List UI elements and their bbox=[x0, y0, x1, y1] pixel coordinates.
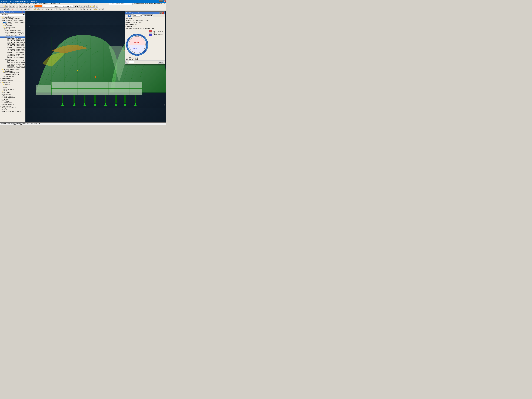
radio-with-diagram[interactable] bbox=[1, 94, 3, 95]
cb-sp3100b[interactable]: ✓ bbox=[7, 45, 8, 46]
nav-sp1100[interactable]: ✓ SP1100.00 | Tension acc. to E... bbox=[0, 40, 25, 42]
result-dialog-controls[interactable]: □ ✕ bbox=[159, 12, 164, 14]
cb-st1100a[interactable]: ✓ bbox=[7, 60, 8, 62]
tb-r7[interactable]: ↔ bbox=[18, 8, 20, 10]
radio-max-selected-dc[interactable] bbox=[6, 33, 6, 35]
save-btn[interactable]: 💾 bbox=[6, 5, 8, 7]
nav-additional-member[interactable]: ▼ 📁 Additional Member Results bbox=[0, 69, 25, 70]
radio-max-all-dc-wit[interactable] bbox=[6, 32, 6, 33]
tb-r17[interactable]: ⊟ bbox=[48, 8, 50, 10]
tb-r8[interactable]: ⟳ bbox=[20, 8, 23, 10]
y-axis-btn[interactable]: Y bbox=[78, 8, 80, 10]
cb-st2100[interactable]: ✓ bbox=[7, 65, 8, 67]
nav-sp0100[interactable]: ─ SP0100.00 | Negligible intern... bbox=[0, 38, 25, 40]
nav-stability[interactable]: ✓ Stability bbox=[0, 58, 25, 60]
cb-sp1200[interactable]: ✓ bbox=[7, 42, 8, 43]
lc-dropdown[interactable]: ULS (STR/GEO) - Permanent and... bbox=[50, 5, 74, 7]
menu-help[interactable]: Help bbox=[57, 3, 61, 5]
rotate-btn[interactable]: ↻ bbox=[95, 5, 98, 7]
nav-st1500[interactable]: ✓ ST1500.00 | Torsional bucklin... bbox=[0, 63, 25, 65]
menu-results[interactable]: Results bbox=[31, 3, 38, 5]
tb-r16[interactable]: ⊞ bbox=[45, 8, 47, 10]
tb-r27[interactable]: 🔓 bbox=[95, 8, 98, 10]
result-dialog-maximize[interactable]: □ bbox=[159, 12, 162, 14]
tb10[interactable]: 📐 bbox=[89, 5, 92, 7]
dialog-search-input[interactable] bbox=[129, 61, 134, 63]
menu-calculate[interactable]: Calculate bbox=[24, 3, 31, 5]
cb-st1100b[interactable]: ✓ bbox=[7, 62, 8, 63]
nav-max-all-values[interactable]: Max. of all values bbox=[0, 28, 25, 30]
nav-on-members[interactable]: ▼ 📁 On Members bbox=[0, 25, 25, 26]
nav-section-colored[interactable]: ✓ Section Colored bbox=[0, 89, 25, 90]
tb-r3[interactable]: ▦ bbox=[6, 8, 8, 10]
tb-r5[interactable]: ❌ bbox=[11, 8, 14, 10]
uls-badge[interactable]: ULS bbox=[34, 5, 42, 7]
nav-values-on-surfaces[interactable]: ─ Values on Surfaces bbox=[0, 104, 25, 105]
menu-insert[interactable]: Insert bbox=[13, 3, 18, 5]
tb-r28[interactable]: 👁 bbox=[98, 8, 101, 10]
nav-with-diagram[interactable]: With Diagram bbox=[0, 94, 25, 95]
cb-sp6500c[interactable]: ✓ bbox=[7, 55, 8, 57]
menu-window[interactable]: Window bbox=[43, 3, 49, 5]
cb-st1500[interactable]: ✓ bbox=[7, 64, 8, 65]
tb-r29[interactable]: ✖ bbox=[101, 8, 103, 10]
diagram-type-btn3[interactable]: 📐 bbox=[131, 14, 133, 17]
tb-r26[interactable]: 🔒 bbox=[93, 8, 95, 10]
nav-sp4100[interactable]: ✓ SP4100.03 | Bending about y... bbox=[0, 48, 25, 50]
keyword-search[interactable]: ▶ Type a keyword (Alt+Q) bbox=[109, 3, 133, 5]
nav-sp6500c[interactable]: ✓ SP6500.03 | Bending about z... bbox=[0, 55, 25, 57]
tb-r23[interactable]: ↔ bbox=[65, 8, 67, 10]
nav-two-colored[interactable]: Two-Colored bbox=[0, 92, 25, 94]
cb-sp4100[interactable]: ✓ bbox=[7, 49, 8, 50]
nav-max-ux[interactable]: max {ux; uy; uz; φx; φy; φz} = 1 bbox=[0, 110, 25, 112]
radio-max-all-ds[interactable] bbox=[1, 18, 3, 19]
radio-by-governing-dc[interactable] bbox=[3, 74, 4, 75]
tb-r24[interactable]: 🔎 bbox=[69, 8, 71, 10]
cb-sp6500b[interactable]: ✓ bbox=[7, 54, 8, 55]
tb-r6[interactable]: ↕ bbox=[15, 8, 17, 10]
nav-max-selected-ds[interactable]: Max. of selected 'Design Situations' bbox=[0, 20, 25, 21]
nav-all-values[interactable]: ─ All Values bbox=[0, 100, 25, 102]
nav-mode-shapes[interactable]: ▼ 📁 Mode Shapes bbox=[0, 70, 25, 72]
diagram-type-btn1[interactable]: 📊 bbox=[125, 14, 128, 17]
menu-assign[interactable]: Assign bbox=[18, 3, 24, 5]
tb5[interactable]: ⚙ bbox=[28, 5, 31, 7]
radio-by-selected-dc[interactable] bbox=[3, 72, 4, 73]
nav-next[interactable]: ▶ bbox=[76, 5, 79, 7]
cb-sp3300[interactable]: ✓ bbox=[7, 47, 8, 48]
radio-two-colored[interactable] bbox=[1, 92, 3, 93]
cb-sp1100[interactable]: ✓ bbox=[7, 40, 8, 41]
cb-section-colored[interactable]: ✓ bbox=[3, 89, 4, 90]
result-dialog-close[interactable]: ✕ bbox=[162, 12, 164, 14]
tb-r19[interactable]: 🔄 bbox=[54, 8, 57, 10]
tb-r18[interactable]: ⊠ bbox=[50, 8, 53, 10]
open-btn[interactable]: 📂 bbox=[3, 5, 6, 7]
tb-r1[interactable]: ⬜ bbox=[0, 8, 3, 10]
nav-sp6500a[interactable]: ✓ SP6500.01 | Biaxial bending ... bbox=[0, 52, 25, 53]
nav-result-sections[interactable]: ▶ Result Sections bbox=[0, 105, 25, 107]
nav-by-governing-dc[interactable]: by Governing Design Check bbox=[0, 74, 25, 75]
tb-r2[interactable]: ⬛ bbox=[3, 8, 6, 10]
tb8[interactable]: ⊕ bbox=[83, 5, 85, 7]
print-btn[interactable]: 🖨 bbox=[16, 5, 18, 7]
tb-r15[interactable]: ✎ bbox=[41, 8, 44, 10]
cb-sp6500a[interactable]: ✓ bbox=[7, 52, 8, 53]
redo-btn[interactable]: ↪ bbox=[12, 5, 15, 7]
nav-hatching[interactable]: ─ Hatching bbox=[0, 99, 25, 100]
cb-sp3100a[interactable]: ✓ bbox=[7, 44, 8, 45]
ds-dropdown[interactable]: DS1 bbox=[42, 5, 50, 7]
tb-r22[interactable]: ↕ bbox=[62, 8, 65, 10]
xy-btn[interactable]: XY bbox=[83, 8, 86, 10]
tb11[interactable]: 📏 bbox=[92, 5, 95, 7]
navigator-dropdown[interactable]: Steel Design bbox=[0, 13, 25, 16]
nav-by-selected-dc[interactable]: by Selected Design Check bbox=[0, 72, 25, 74]
nav-ult-limit[interactable]: ✓ Ultimate Limit State bbox=[0, 35, 25, 37]
tb6[interactable]: 📊 bbox=[31, 5, 33, 7]
gross-section-dropdown[interactable]: Gross Section bbox=[142, 14, 153, 17]
nav-section-proof[interactable]: ✓ Section Proof bbox=[0, 37, 25, 38]
nav-max-selected-dc[interactable]: Max. of selected design checks bbox=[0, 33, 25, 35]
radio-max-selected-ds[interactable] bbox=[1, 20, 3, 21]
cb-hatching[interactable]: ─ bbox=[1, 99, 3, 100]
tb-r10[interactable]: 🔩 bbox=[27, 8, 29, 10]
viewport[interactable]: Y X X Y Z + X bbox=[25, 11, 166, 122]
